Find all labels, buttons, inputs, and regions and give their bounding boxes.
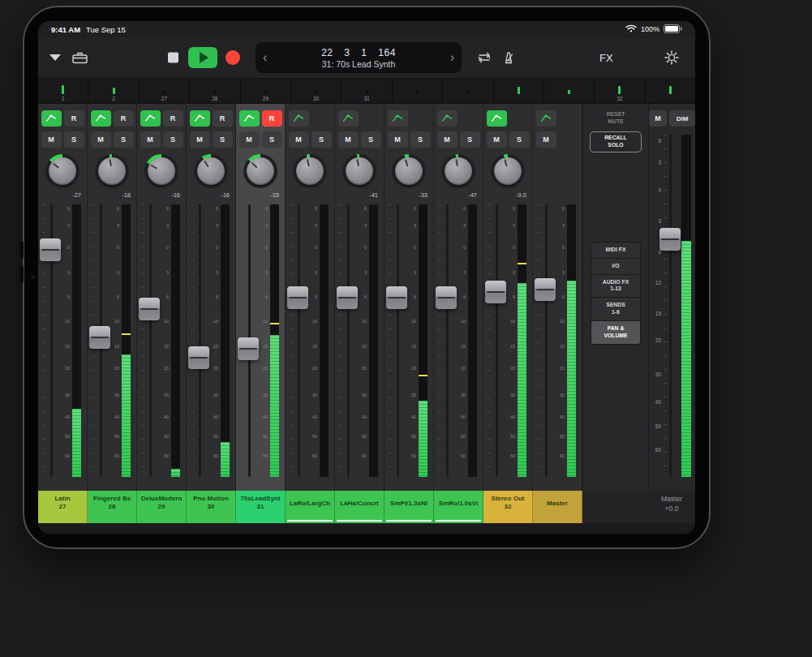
solo-button[interactable]: S [213,131,233,148]
record-enable-button[interactable]: R [262,110,282,127]
stop-button[interactable] [168,53,178,63]
master-fader-track[interactable] [669,135,672,476]
overview-track-cell[interactable]: 2 [88,79,139,103]
track-name-cell[interactable]: 70sLeadSynt 31 [236,491,286,523]
solo-button[interactable]: S [460,131,480,148]
fader-cap[interactable] [188,346,209,369]
track-name-cell[interactable]: Latin 27 [38,491,88,523]
metronome-button[interactable] [502,51,515,64]
fader-track[interactable] [446,204,449,478]
automation-button[interactable] [388,110,408,127]
panel-section-midi-fx[interactable]: MIDI FX [591,243,640,259]
track-name-cell[interactable]: LaHa/Concrt [335,491,385,523]
record-enable-button[interactable]: R [114,110,134,127]
overview-track-cell[interactable]: 27 [140,79,190,103]
automation-button[interactable] [140,110,161,127]
panel-section-sends[interactable]: SENDS1-6 [591,298,640,321]
automation-button[interactable] [437,110,458,127]
lcd-display[interactable]: ‹ 22 3 1 164 31: 70s Lead Synth › [256,42,462,73]
track-name-cell[interactable]: DeluxModern 29 [137,491,187,523]
overview-track-cell[interactable]: 32 [595,79,645,103]
solo-button[interactable]: S [410,131,431,148]
pan-knob[interactable] [392,154,426,188]
pan-knob[interactable] [95,154,129,188]
record-enable-button[interactable]: R [64,110,84,127]
mute-button[interactable]: M [536,131,556,148]
fader-cap[interactable] [139,298,160,320]
track-name-cell[interactable]: Stereo Out 32 [483,491,533,523]
fader-track[interactable] [298,204,300,478]
track-name-cell[interactable]: LaRo/LargCh [286,491,335,523]
automation-button[interactable] [289,110,309,127]
record-enable-button[interactable]: R [163,110,183,127]
overview-track-cell[interactable]: 30 [291,79,342,103]
pan-knob[interactable] [144,154,178,188]
overview-track-cell[interactable] [393,79,443,103]
fader-track[interactable] [149,204,152,478]
loop-browser-icon[interactable] [72,52,88,64]
play-button[interactable] [188,47,217,68]
cycle-button[interactable] [476,52,492,63]
fader-track[interactable] [545,204,548,478]
fader-track[interactable] [199,204,201,478]
solo-button[interactable]: S [114,131,134,148]
automation-button[interactable] [536,110,556,127]
overview-track-cell[interactable]: 29 [241,79,291,103]
fader-cap[interactable] [238,337,259,360]
automation-button[interactable] [487,110,507,127]
solo-button[interactable]: S [163,131,183,148]
pan-knob[interactable] [491,154,525,188]
master-fader-cap[interactable] [659,228,681,251]
record-button[interactable] [226,50,240,65]
pan-knob[interactable] [441,154,475,188]
master-mute-button[interactable]: M [649,110,667,127]
overview-track-cell[interactable]: 31 [342,79,392,103]
automation-button[interactable] [338,110,359,127]
mute-button[interactable]: M [437,131,458,148]
fader-cap[interactable] [40,238,61,261]
solo-button[interactable]: S [64,131,84,148]
fader-cap[interactable] [535,278,556,301]
automation-button[interactable] [190,110,210,127]
pan-knob[interactable] [243,154,277,188]
mute-button[interactable]: M [91,131,111,148]
fader-track[interactable] [347,204,350,478]
overview-track-cell[interactable] [494,79,544,103]
fader-track[interactable] [496,204,498,478]
fader-cap[interactable] [287,286,308,309]
master-dim-button[interactable]: DIM [669,110,695,127]
overview-track-cell[interactable]: 28 [190,79,240,103]
fader-cap[interactable] [337,286,358,309]
track-name-cell[interactable]: SmRo/1.0sVi [434,491,483,523]
pan-knob[interactable] [45,154,79,188]
mute-button[interactable]: M [388,131,408,148]
automation-button[interactable] [41,110,62,127]
fader-cap[interactable] [485,281,506,303]
solo-button[interactable]: S [509,131,530,148]
settings-gear-icon[interactable] [664,50,679,65]
pan-knob[interactable] [293,154,327,188]
solo-button[interactable]: S [361,131,381,148]
fader-cap[interactable] [89,326,110,349]
track-name-cell[interactable]: Pno Motion 30 [187,491,236,523]
mute-button[interactable]: M [487,131,507,148]
lcd-next-icon[interactable]: › [443,51,462,64]
fader-track[interactable] [397,204,399,478]
automation-button[interactable] [91,110,111,127]
solo-button[interactable]: S [262,131,282,148]
disclosure-triangle-icon[interactable] [49,54,61,61]
fx-button[interactable]: FX [599,52,613,64]
mute-button[interactable]: M [338,131,359,148]
fader-cap[interactable] [386,286,407,309]
pan-knob[interactable] [342,154,376,188]
solo-button[interactable]: S [311,131,332,148]
overview-track-cell[interactable] [443,79,493,103]
mute-button[interactable]: M [190,131,210,148]
track-name-cell[interactable]: Master [533,491,582,523]
overview-track-cell[interactable] [646,79,695,103]
panel-section-pan-[interactable]: PAN &VOLUME [591,321,640,344]
automation-button[interactable] [239,110,260,127]
mute-button[interactable]: M [239,131,260,148]
mute-button[interactable]: M [140,131,161,148]
pan-knob[interactable] [194,154,228,188]
